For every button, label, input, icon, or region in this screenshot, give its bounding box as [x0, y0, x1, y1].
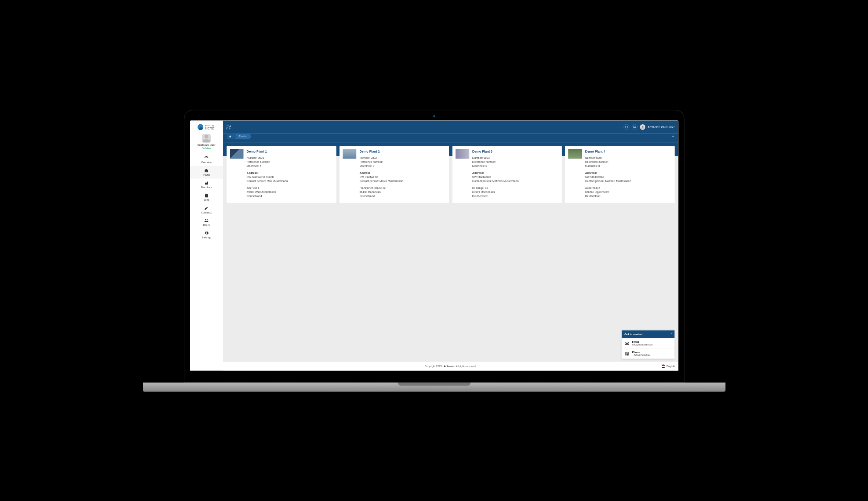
plant-thumbnail [342, 149, 356, 158]
plant-thumbnail [455, 149, 469, 158]
plant-number: Number: 0003 [472, 156, 518, 160]
gears-icon [204, 231, 208, 235]
plant-number: Number: 0001 [247, 156, 288, 160]
list-view-toggle[interactable] [671, 134, 675, 138]
plant-company: SW Stadtwerke [585, 175, 631, 179]
nav-jobs[interactable]: Jobs [190, 191, 222, 203]
contact-widget: Get In contact × Email info@adtance.com [621, 330, 675, 359]
plant-company: SW Stadtwerke GmbH [247, 175, 288, 179]
plant-street: Frankfurter Straße 22 [359, 186, 403, 190]
flag-icon [661, 364, 665, 368]
nav-machines[interactable]: Machines [190, 178, 222, 191]
footer: Copyright 2023 - Adtance - All rights re… [223, 361, 678, 370]
collapse-sidebar-icon[interactable] [226, 125, 230, 129]
plant-country: Deutschland [359, 194, 403, 198]
plant-street: Am Feld 1 [247, 186, 288, 190]
language-selector[interactable]: English [661, 364, 675, 368]
plant-address-label: Address: [359, 171, 403, 175]
contact-email-row[interactable]: Email info@adtance.com [621, 338, 674, 348]
nav-users[interactable]: Users [190, 216, 222, 228]
plant-contact: Contact person: Max Mustermann [247, 179, 288, 183]
plant-title: Demo Plant 2 [359, 149, 403, 154]
plant-machines: Machines: 0 [359, 164, 403, 168]
envelope-icon [624, 341, 629, 346]
monitor-icon [633, 125, 636, 129]
plant-address-label: Address: [585, 171, 631, 175]
plant-reference: Reference number: [472, 160, 518, 164]
plant-street: Im Klingel 30 [472, 186, 518, 190]
plant-machines: Machines: 0 [585, 164, 631, 168]
plant-card[interactable]: Demo Plant 3 Number: 0003 Reference numb… [452, 146, 562, 202]
users-icon [204, 218, 208, 223]
nav-overview[interactable]: Overview [190, 153, 222, 166]
plant-card[interactable]: Demo Plant 1 Number: 0001 Reference numb… [226, 146, 336, 202]
plant-number: Number: 0004 [585, 156, 631, 160]
dashboard-icon [204, 156, 208, 160]
plant-reference: Reference number: [585, 160, 631, 164]
nav-contracts[interactable]: Contracts [190, 203, 222, 216]
plant-number: Number: 0002 [359, 156, 403, 160]
sidebar-nav: Overview Plants Machines Jobs [190, 153, 222, 241]
plant-title: Demo Plant 1 [247, 149, 288, 154]
laptop-base [143, 382, 725, 391]
plant-thumbnail [230, 149, 243, 158]
plant-city: 69483 Wald-Michelbach [247, 190, 288, 194]
list-icon [671, 134, 675, 138]
plant-contact: Contact person: Marco Mustermann [359, 179, 403, 183]
plant-machines: Machines: 0 [472, 164, 518, 168]
topbar: ADTANCE Client User [223, 120, 678, 134]
plant-country: Deutschland [247, 194, 288, 198]
status-indicator: Online [202, 147, 211, 149]
plant-reference: Reference number: [247, 160, 288, 164]
content-area: Demo Plant 1 Number: 0001 Reference numb… [223, 142, 678, 362]
contact-widget-header: Get In contact × [621, 330, 674, 338]
plant-country: Deutschland [585, 194, 631, 198]
plant-city: 65656 Heppenheim [585, 190, 631, 194]
plant-card[interactable]: Demo Plant 4 Number: 0004 Reference numb… [565, 146, 675, 202]
camera-dot [433, 115, 435, 117]
plant-reference: Reference number: [359, 160, 403, 164]
plant-card[interactable]: Demo Plant 2 Number: 0002 Reference numb… [339, 146, 449, 202]
contact-phone-row[interactable]: Phone +496207939930 [621, 348, 674, 358]
breadcrumb: Plants [226, 134, 249, 139]
plant-company: SW Stadtwerke [472, 175, 518, 179]
screen-button[interactable] [632, 124, 638, 130]
sidebar: your logo HERE Customer User Online Over… [190, 120, 223, 370]
user-avatar[interactable] [202, 134, 211, 143]
plant-city: 69509 Mörlenbach [472, 190, 518, 194]
plant-address-label: Address: [247, 171, 288, 175]
plant-thumbnail [568, 149, 582, 158]
plant-title: Demo Plant 3 [472, 149, 518, 154]
home-icon [229, 135, 231, 138]
building-icon [204, 168, 208, 172]
logo[interactable]: your logo HERE [196, 122, 216, 133]
contact-close-button[interactable]: × [671, 332, 672, 335]
plant-city: 06432 Mannheim [359, 190, 403, 194]
sidebar-user-name: Customer User [197, 143, 215, 146]
plant-street: Außerhalb 2 [585, 186, 631, 190]
plant-address-label: Address: [472, 171, 518, 175]
laptop-mockup: your logo HERE Customer User Online Over… [184, 110, 684, 391]
logo-line2: HERE [205, 127, 215, 130]
clipboard-icon [204, 193, 208, 197]
fullscreen-button[interactable] [623, 124, 629, 130]
plant-contact: Contact person: Matthias Mustermann [472, 179, 518, 183]
nav-settings[interactable]: Settings [190, 228, 222, 241]
factory-icon [204, 180, 208, 185]
plant-company: SW Stadtwerke [359, 175, 403, 179]
breadcrumb-home[interactable] [226, 134, 235, 139]
plant-contact: Contact person: Manfred Mustermann [585, 179, 631, 183]
phonebook-icon [624, 351, 629, 356]
topbar-username[interactable]: ADTANCE Client User [647, 125, 675, 129]
plant-title: Demo Plant 4 [585, 149, 631, 154]
logo-icon [197, 124, 203, 130]
topbar-avatar[interactable] [640, 124, 645, 130]
plant-machines: Machines: 5 [247, 164, 288, 168]
plant-country: Deutschland [472, 194, 518, 198]
signature-icon [204, 206, 208, 210]
nav-plants[interactable]: Plants [190, 166, 222, 178]
expand-icon [625, 125, 628, 129]
